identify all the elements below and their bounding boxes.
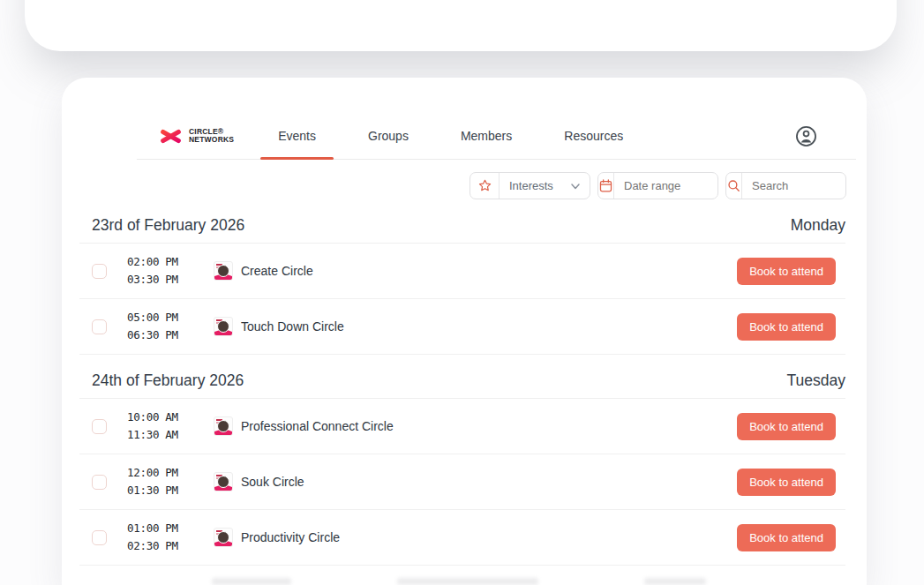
event-times: 05:00 PM 06:30 PM: [127, 309, 191, 344]
book-button[interactable]: Book to attend: [737, 469, 836, 496]
day-weekday: Tuesday: [787, 371, 845, 390]
event-checkbox[interactable]: [92, 475, 107, 490]
book-button[interactable]: Book to attend: [737, 258, 836, 285]
brand-line2: NETWORKS: [189, 136, 234, 144]
brand-wordmark: CIRCLE® NETWORKS: [189, 128, 234, 144]
events-app-card: CIRCLE® NETWORKS Events Groups Members R…: [62, 78, 867, 585]
event-checkbox[interactable]: [92, 264, 107, 279]
date-icon-cell: [598, 173, 614, 199]
event-row: 05:00 PM 06:30 PM Touch Down Circle Book…: [79, 299, 845, 355]
search-icon: [726, 178, 741, 193]
day-section: 23rd of February 2026 Monday 02:00 PM 03…: [62, 199, 867, 355]
top-nav: CIRCLE® NETWORKS Events Groups Members R…: [137, 78, 856, 160]
filter-bar: Interests: [62, 160, 867, 199]
day-section: 24th of February 2026 Tuesday 10:00 AM 1…: [62, 355, 867, 566]
tab-resources[interactable]: Resources: [564, 129, 623, 143]
day-date: 23rd of February 2026: [92, 216, 244, 235]
event-checkbox[interactable]: [92, 530, 107, 545]
day-rows: 02:00 PM 03:30 PM Create Circle Book to …: [62, 244, 867, 355]
interests-dropdown-value[interactable]: Interests: [500, 179, 570, 192]
event-thumbnail: [214, 528, 233, 547]
background-card: [25, 0, 897, 51]
date-range-filter[interactable]: [597, 172, 718, 199]
event-name: Souk Circle: [241, 475, 304, 489]
event-name: Create Circle: [241, 264, 313, 278]
event-thumbnail: [214, 416, 233, 436]
calendar-icon: [598, 178, 613, 193]
nav-tabs: Events Groups Members Resources: [278, 129, 623, 143]
event-times: 01:00 PM 02:30 PM: [127, 520, 191, 555]
day-date: 24th of February 2026: [92, 371, 244, 390]
day-header: 24th of February 2026 Tuesday: [79, 355, 845, 399]
event-name: Touch Down Circle: [241, 319, 344, 334]
interests-icon-cell: [470, 173, 500, 199]
event-thumbnail: [214, 317, 233, 336]
book-button[interactable]: Book to attend: [737, 413, 836, 440]
star-icon: [477, 178, 492, 193]
user-profile-icon[interactable]: [794, 124, 818, 148]
event-checkbox[interactable]: [92, 319, 107, 334]
event-thumbnail: [214, 472, 233, 491]
interests-filter[interactable]: Interests: [470, 172, 590, 199]
search-filter[interactable]: [725, 172, 846, 199]
event-row: 01:00 PM 02:30 PM Productivity Circle Bo…: [79, 510, 845, 566]
event-times: 12:00 PM 01:30 PM: [127, 464, 191, 499]
event-name: Productivity Circle: [241, 530, 340, 544]
event-thumbnail: [214, 261, 233, 281]
day-header: 23rd of February 2026 Monday: [79, 199, 845, 244]
event-end-time: 03:30 PM: [127, 271, 191, 289]
tab-groups[interactable]: Groups: [368, 129, 409, 143]
event-start-time: 12:00 PM: [127, 464, 191, 482]
book-button[interactable]: Book to attend: [737, 313, 836, 341]
day-weekday: Monday: [791, 216, 845, 235]
cutoff-next-row: [62, 566, 867, 585]
chevron-down-icon: [570, 181, 581, 191]
search-input[interactable]: [742, 179, 867, 192]
tab-members[interactable]: Members: [461, 129, 512, 143]
event-times: 02:00 PM 03:30 PM: [127, 253, 191, 289]
event-start-time: 01:00 PM: [127, 520, 191, 537]
event-start-time: 02:00 PM: [127, 253, 191, 271]
event-end-time: 11:30 AM: [127, 426, 191, 444]
event-row: 12:00 PM 01:30 PM Souk Circle Book to at…: [79, 454, 845, 510]
event-times: 10:00 AM 11:30 AM: [127, 409, 191, 444]
day-rows: 10:00 AM 11:30 AM Professional Connect C…: [62, 399, 867, 566]
event-name: Professional Connect Circle: [241, 419, 394, 433]
event-end-time: 02:30 PM: [127, 537, 191, 555]
flower-asterisk-icon: [159, 124, 183, 148]
book-button[interactable]: Book to attend: [737, 524, 836, 551]
page: CIRCLE® NETWORKS Events Groups Members R…: [0, 0, 924, 585]
event-checkbox[interactable]: [92, 419, 107, 434]
event-row: 10:00 AM 11:30 AM Professional Connect C…: [79, 399, 845, 454]
event-start-time: 05:00 PM: [127, 309, 191, 326]
event-end-time: 01:30 PM: [127, 482, 191, 499]
event-row: 02:00 PM 03:30 PM Create Circle Book to …: [79, 244, 845, 299]
events-list: 23rd of February 2026 Monday 02:00 PM 03…: [62, 199, 867, 566]
event-end-time: 06:30 PM: [127, 326, 191, 344]
brand-logo: CIRCLE® NETWORKS: [159, 124, 234, 148]
search-icon-cell: [726, 173, 742, 199]
event-start-time: 10:00 AM: [127, 409, 191, 426]
tab-events[interactable]: Events: [278, 129, 316, 143]
